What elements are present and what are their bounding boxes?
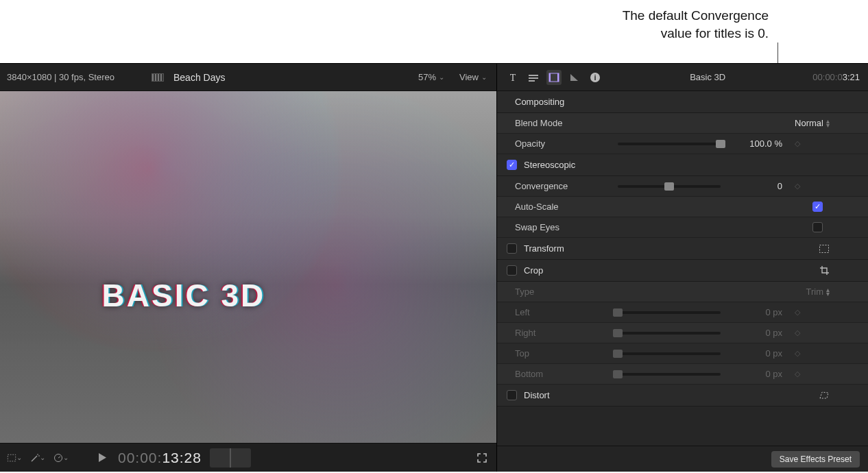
crop-left-slider[interactable] [618, 311, 721, 314]
autoscale-checkbox[interactable]: ✓ [812, 202, 823, 212]
viewer-footer: ⌄ ⌄ ⌄ 00:00:13:28 [0, 443, 496, 472]
crop-heading-label: Crop [524, 265, 543, 276]
blend-mode-row: Blend Mode Normal ▴▾ [497, 113, 868, 134]
view-label: View [459, 72, 479, 82]
distort-heading-label: Distort [524, 390, 550, 400]
enhance-tool-button[interactable]: ⌄ [30, 451, 45, 465]
svg-rect-6 [549, 73, 559, 82]
annotation-line1: The default Convergence [623, 7, 769, 25]
crop-bottom-keyframe-button[interactable]: ◇ [789, 369, 806, 378]
stereoscopic-enable-checkbox[interactable]: ✓ [507, 160, 517, 170]
distort-onscreen-icon[interactable] [819, 391, 830, 400]
inspector-body[interactable]: Compositing Blend Mode Normal ▴▾ Opacity… [497, 91, 868, 446]
timecode-bright: 3:21 [843, 72, 860, 82]
convergence-keyframe-button[interactable]: ◇ [789, 182, 806, 191]
inspector-clip-name: Basic 3D [608, 72, 807, 82]
transform-section-header[interactable]: Transform [497, 238, 868, 260]
zoom-dropdown[interactable]: 57% ⌄ [415, 71, 447, 84]
crop-right-value[interactable]: 0 px [727, 328, 782, 338]
convergence-slider[interactable] [618, 185, 721, 188]
video-inspector-tab[interactable] [546, 70, 562, 85]
crop-type-select[interactable]: Trim ▴▾ [806, 287, 835, 297]
crop-bottom-row: Bottom 0 px ◇ [497, 364, 868, 385]
chevron-down-icon: ⌄ [63, 454, 69, 461]
opacity-slider[interactable] [618, 143, 721, 145]
svg-rect-0 [8, 454, 15, 461]
distort-enable-checkbox[interactable] [507, 390, 517, 400]
viewer-clip-title: Beach Days [173, 72, 225, 83]
crop-top-value[interactable]: 0 px [727, 348, 782, 359]
generator-inspector-tab[interactable] [567, 70, 582, 85]
viewer-header: 3840×1080 | 30 fps, Stereo Beach Days 57… [0, 64, 496, 91]
stereoscopic-section-header[interactable]: ✓ Stereoscopic [497, 154, 868, 176]
chevron-down-icon: ⌄ [481, 73, 487, 81]
inspector-footer: Save Effects Preset [497, 446, 868, 472]
crop-left-row: Left 0 px ◇ [497, 302, 868, 323]
opacity-value[interactable]: 100.0 % [727, 138, 782, 149]
blend-mode-select[interactable]: Normal ▴▾ [795, 118, 835, 128]
svg-rect-3 [529, 75, 538, 76]
viewer-canvas[interactable]: BASIC 3D [0, 91, 496, 443]
crop-enable-checkbox[interactable] [507, 265, 517, 276]
anaglyph-preview-image [0, 91, 496, 443]
timecode-dim: 00:00: [118, 450, 162, 465]
transform-onscreen-icon[interactable] [819, 244, 830, 254]
svg-rect-4 [529, 77, 538, 79]
timecode-dim: 00:00:0 [812, 72, 842, 82]
app-frame: 3840×1080 | 30 fps, Stereo Beach Days 57… [0, 63, 868, 472]
convergence-value[interactable]: 0 [727, 181, 782, 191]
crop-top-label: Top [515, 348, 611, 359]
svg-rect-11 [820, 245, 829, 252]
inspector-panel: T i Basic 3D 00:00:03:21 Compositing Ble… [496, 64, 868, 472]
crop-type-value: Trim [806, 287, 823, 297]
viewer-timecode[interactable]: 00:00:13:28 [118, 450, 202, 466]
autoscale-row: Auto-Scale ✓ [497, 197, 868, 217]
crop-left-keyframe-button[interactable]: ◇ [789, 308, 806, 317]
transform-tool-button[interactable]: ⌄ [7, 451, 22, 465]
viewer-format-info: 3840×1080 | 30 fps, Stereo [7, 72, 114, 82]
annotation-line2: value for titles is 0. [623, 25, 769, 43]
transform-heading-label: Transform [524, 243, 564, 254]
fullscreen-button[interactable] [474, 451, 490, 465]
inspector-header: T i Basic 3D 00:00:03:21 [497, 64, 868, 91]
opacity-label: Opacity [515, 138, 611, 149]
crop-left-value[interactable]: 0 px [727, 307, 782, 317]
crop-onscreen-icon[interactable] [819, 265, 830, 276]
select-stepper-icon: ▴▾ [826, 288, 830, 296]
crop-right-keyframe-button[interactable]: ◇ [789, 328, 806, 337]
crop-left-label: Left [515, 307, 611, 317]
transform-enable-checkbox[interactable] [507, 243, 517, 254]
annotation-text: The default Convergence value for titles… [623, 7, 769, 42]
compositing-section-header[interactable]: Compositing [497, 91, 868, 113]
crop-bottom-value[interactable]: 0 px [727, 369, 782, 379]
crop-section-header[interactable]: Crop [497, 260, 868, 282]
svg-text:i: i [594, 73, 596, 82]
title-overlay-text: BASIC 3D [102, 277, 266, 314]
retime-tool-button[interactable]: ⌄ [53, 451, 69, 465]
blend-mode-value: Normal [795, 118, 823, 128]
distort-section-header[interactable]: Distort [497, 385, 868, 407]
autoscale-label: Auto-Scale [515, 202, 611, 212]
crop-right-label: Right [515, 328, 611, 338]
svg-rect-7 [549, 73, 551, 82]
view-dropdown[interactable]: View ⌄ [457, 71, 490, 84]
convergence-row: Convergence 0 ◇ [497, 176, 868, 197]
title-inspector-tab[interactable] [526, 70, 541, 85]
info-inspector-tab[interactable]: i [588, 70, 603, 85]
save-effects-preset-button[interactable]: Save Effects Preset [771, 451, 860, 468]
audio-skimmer-icon[interactable] [210, 448, 251, 468]
play-button[interactable] [95, 451, 110, 465]
crop-right-row: Right 0 px ◇ [497, 323, 868, 343]
crop-top-slider[interactable] [618, 352, 721, 355]
swapeyes-checkbox[interactable] [812, 222, 823, 232]
stereoscopic-heading-label: Stereoscopic [524, 160, 575, 170]
crop-top-keyframe-button[interactable]: ◇ [789, 349, 806, 358]
chevron-down-icon: ⌄ [439, 73, 444, 81]
crop-bottom-slider[interactable] [618, 373, 721, 376]
chevron-down-icon: ⌄ [16, 454, 22, 461]
svg-rect-5 [529, 80, 535, 82]
opacity-keyframe-button[interactable]: ◇ [789, 139, 806, 148]
text-inspector-tab[interactable]: T [505, 70, 520, 85]
crop-right-slider[interactable] [618, 332, 721, 335]
swapeyes-row: Swap Eyes [497, 217, 868, 238]
